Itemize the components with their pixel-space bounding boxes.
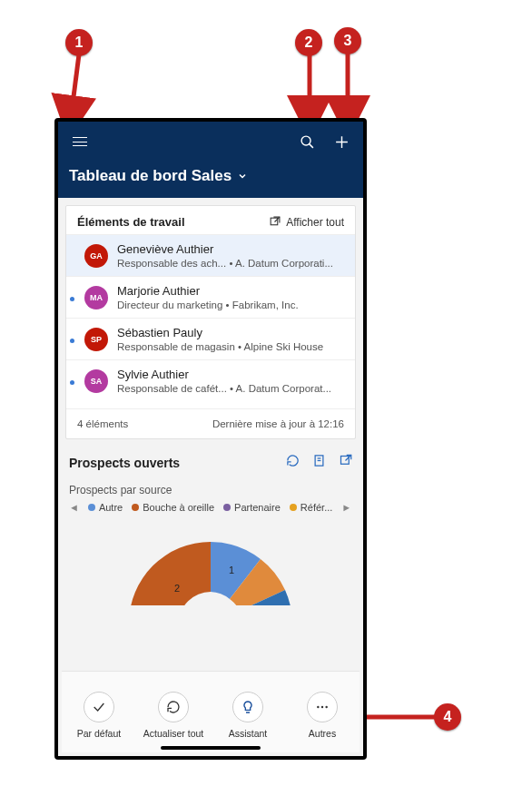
row-text: Sylvie AuthierResponsable de cafét... • … bbox=[117, 368, 346, 394]
work-item-row[interactable]: SPSébastien PaulyResponsable de magasin … bbox=[66, 318, 355, 359]
legend-item[interactable]: Autre bbox=[88, 502, 123, 513]
svg-point-19 bbox=[325, 705, 327, 707]
refresh-icon bbox=[286, 454, 300, 467]
screen: Tableau de bord Sales Éléments de travai… bbox=[58, 122, 363, 756]
last-updated: Dernière mise à jour à 12:16 bbox=[212, 418, 344, 429]
annotation-3-arrow bbox=[343, 53, 361, 125]
annotation-3-badge: 3 bbox=[334, 27, 361, 54]
avatar: GA bbox=[84, 244, 108, 268]
search-icon bbox=[300, 134, 315, 150]
contact-subtitle: Responsable de magasin • Alpine Ski Hous… bbox=[117, 341, 346, 352]
work-items-card: Éléments de travail Afficher tout GAGene… bbox=[65, 205, 356, 439]
contact-subtitle: Directeur du marketing • Fabrikam, Inc. bbox=[117, 300, 346, 310]
avatar: SP bbox=[84, 328, 108, 351]
legend-label: Partenaire bbox=[234, 502, 281, 513]
annotation-1-badge: 1 bbox=[65, 29, 93, 56]
legend-item[interactable]: Référ... bbox=[290, 502, 332, 513]
plus-icon bbox=[334, 134, 350, 150]
check-icon bbox=[92, 700, 106, 714]
chevron-down-icon bbox=[237, 171, 248, 182]
annotation-1-arrow bbox=[69, 54, 96, 127]
work-item-row[interactable]: GAGeneviève AuthierResponsable des ach..… bbox=[66, 234, 355, 276]
home-indicator bbox=[161, 746, 261, 750]
bottom-default-label: Par défaut bbox=[77, 728, 121, 739]
item-count: 4 éléments bbox=[77, 418, 128, 429]
bottom-bar: Par défaut Actualiser tout Assistant Aut… bbox=[62, 671, 360, 752]
legend-dot bbox=[132, 504, 139, 511]
svg-point-4 bbox=[301, 136, 310, 145]
legend-prev[interactable]: ◄ bbox=[69, 502, 79, 513]
svg-rect-8 bbox=[271, 218, 278, 225]
bottom-more-label: Autres bbox=[309, 728, 336, 739]
work-item-row[interactable]: SASylvie AuthierResponsable de cafét... … bbox=[66, 359, 355, 401]
records-icon bbox=[312, 454, 326, 467]
view-all-label: Afficher tout bbox=[286, 216, 344, 229]
row-text: Sébastien PaulyResponsable de magasin • … bbox=[117, 326, 346, 352]
avatar: MA bbox=[84, 286, 108, 309]
legend-item[interactable]: Partenaire bbox=[223, 502, 281, 513]
hamburger-icon bbox=[73, 137, 87, 146]
legend-next[interactable]: ► bbox=[341, 502, 351, 513]
bottom-default-button[interactable]: Par défaut bbox=[62, 692, 136, 739]
svg-point-17 bbox=[317, 705, 319, 707]
work-item-row[interactable]: MAMarjorie AuthierDirecteur du marketing… bbox=[66, 276, 355, 318]
bottom-refresh-button[interactable]: Actualiser tout bbox=[136, 692, 211, 739]
row-text: Geneviève AuthierResponsable des ach... … bbox=[117, 242, 346, 269]
unread-bullet bbox=[70, 380, 74, 385]
legend-dot bbox=[290, 504, 297, 511]
lightbulb-icon bbox=[241, 700, 255, 714]
phone-frame: Tableau de bord Sales Éléments de travai… bbox=[54, 118, 367, 760]
dashboard-selector[interactable]: Tableau de bord Sales bbox=[69, 167, 352, 185]
legend-label: Bouche à oreille bbox=[143, 502, 214, 513]
contact-name: Geneviève Authier bbox=[117, 242, 346, 256]
work-items-title: Éléments de travail bbox=[77, 215, 185, 229]
legend-item[interactable]: Bouche à oreille bbox=[132, 502, 214, 513]
view-all-button[interactable]: Afficher tout bbox=[269, 216, 344, 229]
prospects-section: Prospects ouverts Prospects par source ◄ bbox=[58, 439, 363, 605]
expand-prospects-button[interactable] bbox=[339, 454, 352, 471]
page-title-text: Tableau de bord Sales bbox=[69, 167, 232, 185]
contact-name: Sylvie Authier bbox=[117, 368, 346, 381]
svg-text:2: 2 bbox=[174, 583, 180, 594]
contact-subtitle: Responsable de cafét... • A. Datum Corpo… bbox=[117, 383, 346, 394]
app-header: Tableau de bord Sales bbox=[58, 122, 363, 198]
legend-label: Autre bbox=[99, 502, 123, 513]
svg-rect-13 bbox=[341, 457, 350, 465]
contact-name: Marjorie Authier bbox=[117, 284, 346, 298]
refresh-prospects-button[interactable] bbox=[286, 454, 300, 471]
legend-label: Référ... bbox=[300, 502, 332, 513]
annotation-2-badge: 2 bbox=[295, 29, 322, 56]
menu-button[interactable] bbox=[69, 131, 91, 152]
chart-subtitle: Prospects par source bbox=[69, 484, 352, 496]
legend-dot bbox=[88, 504, 95, 511]
prospects-chart: 2 1 bbox=[69, 524, 352, 605]
row-text: Marjorie AuthierDirecteur du marketing •… bbox=[117, 284, 346, 310]
work-items-list: GAGeneviève AuthierResponsable des ach..… bbox=[66, 234, 355, 401]
avatar: SA bbox=[84, 369, 108, 393]
svg-line-0 bbox=[71, 54, 79, 118]
open-icon bbox=[269, 216, 281, 228]
annotation-2-arrow bbox=[305, 54, 323, 127]
contact-name: Sébastien Pauly bbox=[117, 326, 346, 339]
bottom-assistant-label: Assistant bbox=[229, 728, 268, 739]
bottom-more-button[interactable]: Autres bbox=[285, 692, 360, 739]
bottom-refresh-label: Actualiser tout bbox=[143, 728, 204, 739]
legend-dot bbox=[223, 504, 231, 511]
contact-subtitle: Responsable des ach... • A. Datum Corpor… bbox=[117, 258, 346, 269]
prospects-title: Prospects ouverts bbox=[69, 456, 180, 470]
bottom-assistant-button[interactable]: Assistant bbox=[211, 692, 285, 739]
dots-icon bbox=[315, 700, 330, 714]
chart-legend: ◄ AutreBouche à oreillePartenaireRéfér..… bbox=[69, 502, 352, 513]
svg-text:1: 1 bbox=[229, 565, 234, 575]
svg-point-18 bbox=[321, 705, 323, 707]
refresh-icon bbox=[166, 700, 181, 714]
unread-bullet bbox=[70, 297, 74, 301]
unread-bullet bbox=[70, 339, 74, 343]
add-button[interactable] bbox=[330, 131, 352, 152]
svg-line-5 bbox=[309, 143, 312, 147]
open-icon bbox=[339, 454, 352, 467]
search-button[interactable] bbox=[296, 131, 318, 152]
view-records-button[interactable] bbox=[312, 454, 326, 471]
